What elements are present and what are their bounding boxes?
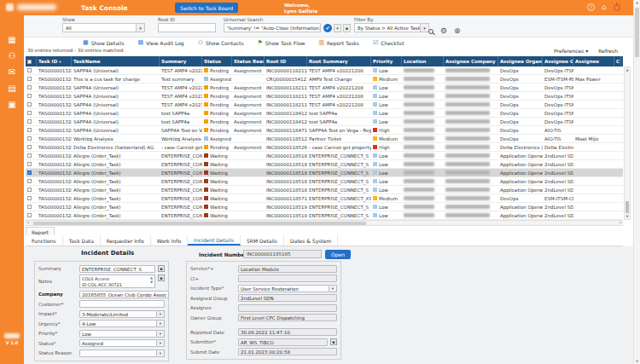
column-header-task_id[interactable]: Task ID▾ — [37, 56, 72, 66]
row-checkbox[interactable] — [27, 179, 32, 183]
cell-check[interactable] — [26, 84, 37, 91]
field-input-owner-group[interactable]: First Level CPC Dispatching — [238, 314, 337, 321]
table-row[interactable]: TAS0000013285412SAPP4A (Universal)TEST A… — [26, 92, 623, 101]
contacts-icon[interactable]: ⚇ — [9, 52, 16, 61]
row-checkbox[interactable]: ✓ — [27, 170, 32, 175]
tasks-icon[interactable]: ▤ — [8, 84, 15, 93]
field-input-submit-date[interactable]: 21.01.2023 00:20:58 — [238, 348, 337, 355]
page-scrollbar-thumb[interactable] — [635, 8, 639, 57]
field-input-customer[interactable] — [79, 300, 165, 308]
field-input-urgency[interactable]: 4-Low — [79, 320, 157, 327]
field-input-status-reason[interactable] — [79, 350, 157, 357]
toolbar-show-task-flow-button[interactable]: ⚑Show Task Flow — [258, 40, 305, 46]
row-checkbox[interactable] — [27, 196, 32, 200]
toolbar-show-contacts-button[interactable]: ⚇Show Contacts — [198, 40, 244, 46]
chevron-down-icon[interactable]: ▾ — [157, 330, 165, 338]
row-checkbox[interactable] — [27, 77, 32, 81]
scroll-up-icon[interactable]: ▲ — [625, 67, 630, 72]
page-scroll-up-icon[interactable]: ▲ — [634, 1, 640, 4]
table-row[interactable]: TAS0000013285952Worklog AnalysisWorklog … — [26, 135, 623, 143]
select-all-checkbox[interactable] — [27, 60, 32, 64]
cell-check[interactable] — [26, 101, 37, 108]
row-checkbox[interactable] — [27, 145, 32, 149]
page-scroll-down-icon[interactable]: ▼ — [634, 360, 640, 363]
cell-check[interactable] — [26, 118, 37, 125]
row-checkbox[interactable] — [27, 153, 32, 158]
root-id-input[interactable] — [158, 23, 216, 32]
column-header-check[interactable] — [26, 56, 37, 66]
tab-dates-system[interactable]: Dates & System — [284, 235, 338, 246]
search-icon[interactable] — [428, 29, 433, 34]
cell-check[interactable] — [26, 135, 37, 142]
incident-number-input[interactable]: INC000001185185 — [243, 250, 322, 258]
universal-search-input[interactable]: 'Summary' != "Auto-Close (Information)" — [224, 23, 321, 32]
scroll-right-icon[interactable]: ▸ — [620, 221, 621, 225]
row-checkbox[interactable] — [27, 94, 32, 98]
cell-check[interactable] — [26, 203, 37, 211]
preferences-button[interactable]: Preferences ▾ — [554, 48, 588, 54]
row-checkbox[interactable] — [27, 136, 32, 141]
tab-requester-info[interactable]: Requester Info — [101, 235, 151, 246]
cell-check[interactable] — [26, 186, 37, 194]
row-checkbox[interactable] — [27, 102, 32, 107]
scroll-left-icon[interactable]: ◂ — [27, 221, 29, 225]
column-header-summary[interactable]: Summary — [160, 56, 202, 66]
row-checkbox[interactable] — [27, 85, 32, 90]
cell-check[interactable] — [26, 143, 37, 151]
chevron-down-icon[interactable]: ▾ — [137, 23, 145, 32]
column-header-location[interactable]: Location — [402, 56, 444, 66]
column-header-status_reason[interactable]: Status Reason — [232, 56, 265, 66]
column-header-assignee_org[interactable]: Assignee Organizati... — [498, 56, 543, 66]
cell-check[interactable] — [26, 109, 37, 117]
toolbar-checklist-button[interactable]: ☑Checklist — [373, 40, 404, 46]
field-input-assignee[interactable] — [238, 304, 337, 312]
table-row[interactable]: TAS0000013287557Allegro (Order_Task)ENTE… — [26, 160, 623, 169]
toolbar-view-audit-log-button[interactable]: ▤View Audit Log — [138, 40, 184, 46]
apply-search-icon[interactable]: ✔ — [323, 24, 332, 32]
cell-check[interactable] — [26, 211, 37, 219]
chevron-down-icon[interactable]: ▾ — [157, 310, 165, 318]
spinner-icons[interactable]: ▲▼ — [149, 276, 154, 285]
field-input-submitter[interactable]: AR_WS_TIBCO — [238, 338, 328, 346]
table-row[interactable]: TAS0000013287556Allegro (Order_Task)ENTE… — [26, 152, 623, 160]
logout-power-icon[interactable] — [614, 4, 620, 11]
tab-functions[interactable]: Functions — [26, 235, 63, 246]
table-row[interactable]: TAS0000013287590Allegro (Order_Task)ENTE… — [26, 194, 623, 203]
cell-check[interactable] — [26, 92, 37, 100]
home-icon[interactable]: ⌂ — [602, 3, 607, 11]
row-checkbox[interactable] — [27, 188, 32, 192]
column-header-status[interactable]: Status — [202, 56, 232, 66]
tab-task-data[interactable]: Task Data — [63, 235, 101, 246]
open-incident-button[interactable]: Open — [325, 250, 351, 259]
row-checkbox[interactable] — [27, 128, 32, 132]
field-input-impact[interactable]: 3-Moderate/Limited — [79, 310, 157, 318]
row-checkbox[interactable] — [27, 119, 32, 124]
table-row[interactable]: TAS0000013285638SAPP4A (Universal)test S… — [26, 118, 623, 126]
row-checkbox[interactable] — [27, 68, 32, 72]
cell-check[interactable] — [26, 152, 37, 159]
field-input-reported-date[interactable]: 30.09.2022 11:47:10 — [238, 328, 337, 336]
tab-incident-details[interactable]: Incident Details — [188, 235, 241, 246]
table-row[interactable]: TAS0000013285623SAPP4A (Universal)test S… — [26, 109, 623, 118]
field-input-notes[interactable]: COLS Access ID:COL:ACC:30721 Access Tech… — [79, 274, 155, 288]
chevron-down-icon[interactable]: ▾ — [157, 320, 165, 327]
scroll-down-icon[interactable]: ▼ — [625, 214, 630, 219]
table-row[interactable]: TAS0000013287592Allegro (Order_Task)ENTE… — [26, 203, 623, 211]
row-checkbox[interactable] — [27, 111, 32, 115]
help-icon[interactable]: ? — [587, 3, 595, 11]
table-scrollbar-thumb[interactable] — [625, 201, 629, 213]
chevron-down-icon[interactable]: ▾ — [329, 285, 337, 292]
column-header-c[interactable]: C — [614, 56, 621, 66]
cell-check[interactable] — [26, 126, 37, 134]
field-input-status[interactable]: Assigned — [79, 339, 157, 347]
table-row[interactable]: TAS0000013285898SAPP4A (Universal)SAPP4A… — [26, 126, 623, 135]
field-input-service[interactable]: Location Module — [238, 265, 337, 273]
chevron-down-icon[interactable]: ▾ — [157, 339, 165, 347]
column-header-assignee_group[interactable]: Assignee Group — [543, 56, 573, 66]
horizontal-scrollbar[interactable]: ◂ ▸ — [26, 220, 623, 226]
cell-check[interactable] — [26, 194, 37, 202]
mail-icon[interactable]: ✉ — [9, 68, 15, 77]
column-header-task_name[interactable]: TaskName — [72, 56, 160, 66]
field-input-ci[interactable] — [238, 274, 337, 282]
table-row[interactable]: TAS0000013285612SAPP4A (Universal)TEST A… — [26, 101, 623, 109]
